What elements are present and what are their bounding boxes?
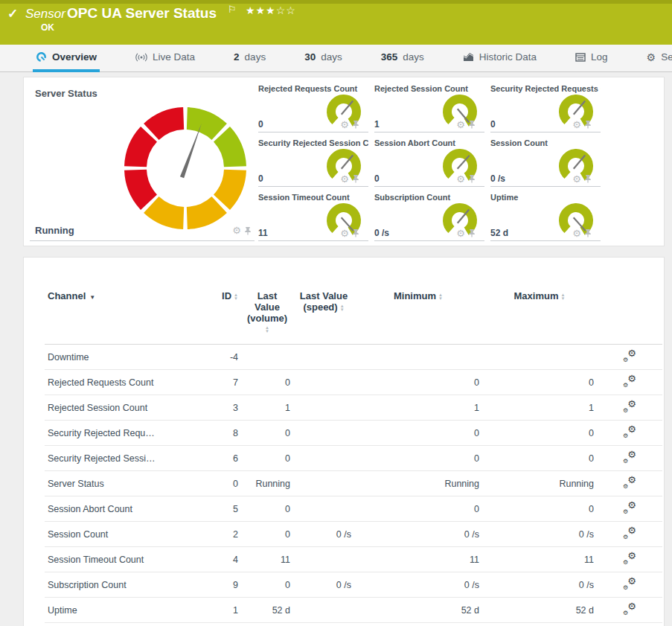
column-header-channel[interactable]: Channel▼ bbox=[45, 287, 180, 345]
channel-settings-icon[interactable]: ⚙⚙ bbox=[623, 527, 636, 540]
gauge-tile: Uptime 52 d ⚙ bbox=[490, 193, 601, 241]
channel-settings-icon[interactable]: ⚙⚙ bbox=[623, 578, 636, 590]
tab-label: Historic Data bbox=[479, 51, 537, 63]
channel-last-value-volume: 0 bbox=[241, 572, 293, 598]
sensor-header: ✓ Sensor OPC UA Server Status ⚐ ★★★☆☆ OK bbox=[0, 0, 672, 45]
tab-30-days[interactable]: 30 days bbox=[301, 45, 345, 72]
tab-log[interactable]: Log bbox=[572, 45, 611, 72]
channel-id: 2 bbox=[180, 522, 241, 547]
channel-maximum: 11 bbox=[482, 547, 597, 572]
gauge-tile: Session Abort Count 0 ⚙ bbox=[374, 138, 484, 187]
gauge-value: 0 bbox=[374, 173, 380, 184]
pin-icon[interactable] bbox=[468, 120, 476, 129]
gear-icon[interactable]: ⚙ bbox=[572, 174, 581, 184]
channel-last-value-speed bbox=[293, 446, 354, 471]
channel-name: Session Count bbox=[45, 522, 180, 547]
gear-icon[interactable]: ⚙ bbox=[456, 229, 465, 238]
channel-minimum bbox=[354, 345, 482, 370]
gear-icon[interactable]: ⚙ bbox=[232, 226, 241, 235]
gauge-value: 11 bbox=[258, 228, 268, 238]
channel-settings-icon[interactable]: ⚙⚙ bbox=[623, 603, 636, 616]
channel-last-value-speed: 0 /s bbox=[293, 572, 354, 598]
priority-stars[interactable]: ★★★☆☆ bbox=[246, 4, 296, 16]
column-header-last-value-speed[interactable]: Last Value (speed)▲▼ bbox=[293, 287, 354, 345]
gear-icon[interactable]: ⚙ bbox=[340, 174, 349, 184]
channel-row[interactable]: Session Timeout Count 4 11 11 11 ⚙⚙ bbox=[45, 547, 662, 572]
pin-icon[interactable] bbox=[352, 120, 359, 129]
channel-settings-icon[interactable]: ⚙⚙ bbox=[623, 451, 636, 464]
channel-row[interactable]: Subscription Count 9 0 0 /s 0 /s 0 /s ⚙⚙ bbox=[45, 572, 662, 598]
pin-icon[interactable] bbox=[244, 226, 252, 235]
gear-icon[interactable]: ⚙ bbox=[340, 120, 349, 130]
tab-label: days bbox=[403, 51, 424, 63]
prtg-sensor-page: ✓ Sensor OPC UA Server Status ⚐ ★★★☆☆ OK… bbox=[0, 0, 672, 626]
gear-icon[interactable]: ⚙ bbox=[340, 229, 349, 238]
channel-last-value-speed bbox=[293, 345, 354, 370]
channel-row[interactable]: Session Count 2 0 0 /s 0 /s 0 /s ⚙⚙ bbox=[45, 522, 662, 547]
gauge-tile: Rejected Session Count 1 ⚙ bbox=[374, 84, 484, 132]
gear-icon[interactable]: ⚙ bbox=[572, 120, 581, 130]
channel-row[interactable]: Security Rejected Requ… 8 0 0 0 ⚙⚙ bbox=[45, 421, 662, 446]
channel-last-value-speed bbox=[293, 471, 354, 496]
channel-name: Security Rejected Sessi… bbox=[45, 446, 180, 471]
channel-name: Session Abort Count bbox=[45, 496, 180, 522]
sort-desc-icon: ▼ bbox=[89, 294, 95, 301]
channel-settings-icon[interactable]: ⚙⚙ bbox=[623, 476, 636, 489]
gear-icon[interactable]: ⚙ bbox=[456, 120, 465, 130]
pin-icon[interactable] bbox=[584, 120, 592, 129]
column-header-last-value-volume[interactable]: Last Value (volume)▲▼ bbox=[241, 287, 293, 345]
channel-row[interactable]: Server Status 0 Running Running Running … bbox=[45, 471, 662, 496]
channel-last-value-volume: 0 bbox=[241, 421, 293, 446]
channel-row[interactable]: Rejected Session Count 3 1 1 1 ⚙⚙ bbox=[45, 395, 662, 421]
channel-row[interactable]: Uptime 1 52 d 52 d 52 d ⚙⚙ bbox=[45, 598, 662, 623]
channel-settings-icon[interactable]: ⚙⚙ bbox=[623, 502, 636, 514]
pin-icon[interactable] bbox=[468, 174, 476, 183]
priority-flag-icon[interactable]: ⚐ bbox=[228, 4, 237, 15]
channel-row[interactable]: Rejected Requests Count 7 0 0 0 ⚙⚙ bbox=[45, 370, 662, 395]
gear-icon[interactable]: ⚙ bbox=[456, 174, 465, 184]
channel-maximum: 0 bbox=[482, 421, 597, 446]
gauge-value: 0 bbox=[490, 119, 496, 130]
tab-label: Overview bbox=[52, 51, 97, 63]
channel-row[interactable]: Session Abort Count 5 0 0 0 ⚙⚙ bbox=[45, 496, 662, 522]
pin-icon[interactable] bbox=[584, 229, 592, 237]
pin-icon[interactable] bbox=[352, 229, 359, 237]
pin-icon[interactable] bbox=[468, 229, 476, 237]
tab-2-days[interactable]: 2 days bbox=[231, 45, 269, 72]
pin-icon[interactable] bbox=[584, 174, 592, 183]
live-data-icon bbox=[135, 53, 147, 62]
column-header-minimum[interactable]: Minimum▲▼ bbox=[354, 287, 482, 345]
tab-historic-data[interactable]: Historic Data bbox=[460, 45, 540, 72]
channel-last-value-speed bbox=[293, 598, 354, 623]
column-header-id[interactable]: ID▲▼ bbox=[180, 287, 241, 345]
channel-id: 4 bbox=[180, 547, 241, 572]
channel-settings-icon[interactable]: ⚙⚙ bbox=[623, 426, 636, 438]
gauge-tile: Subscription Count 0 /s ⚙ bbox=[374, 193, 484, 241]
channel-id: 0 bbox=[180, 471, 241, 496]
channel-maximum: 0 bbox=[482, 496, 597, 522]
channel-row[interactable]: Downtime -4 ⚙⚙ bbox=[45, 345, 662, 370]
sort-icon: ▲▼ bbox=[340, 304, 345, 312]
tab-live-data[interactable]: Live Data bbox=[132, 45, 198, 72]
channel-last-value-speed bbox=[293, 547, 354, 572]
channel-settings-icon[interactable]: ⚙⚙ bbox=[623, 350, 636, 362]
status-badge: OK bbox=[41, 22, 54, 33]
channel-settings-icon[interactable]: ⚙⚙ bbox=[623, 552, 636, 565]
channel-minimum: 0 /s bbox=[354, 522, 482, 547]
tab-365-days[interactable]: 365 days bbox=[378, 45, 427, 72]
channel-settings-icon[interactable]: ⚙⚙ bbox=[623, 375, 636, 388]
channel-name: Session Timeout Count bbox=[45, 547, 180, 572]
tab-overview[interactable]: Overview bbox=[33, 45, 100, 72]
gauge-tile: Session Timeout Count 11 ⚙ bbox=[258, 193, 368, 241]
gear-icon[interactable]: ⚙ bbox=[572, 229, 581, 238]
pin-icon[interactable] bbox=[352, 174, 359, 183]
tab-settings[interactable]: ⚙ Settings bbox=[644, 45, 672, 72]
channel-minimum: Running bbox=[354, 471, 482, 496]
channel-row[interactable]: Security Rejected Sessi… 6 0 0 0 ⚙⚙ bbox=[45, 446, 662, 471]
channel-last-value-speed bbox=[293, 370, 354, 395]
column-header-actions bbox=[597, 287, 662, 345]
gauge-value: 0 /s bbox=[374, 228, 389, 238]
channel-settings-icon[interactable]: ⚙⚙ bbox=[623, 400, 636, 413]
column-header-maximum[interactable]: Maximum▲▼ bbox=[482, 287, 597, 345]
channel-id: 7 bbox=[180, 370, 241, 395]
